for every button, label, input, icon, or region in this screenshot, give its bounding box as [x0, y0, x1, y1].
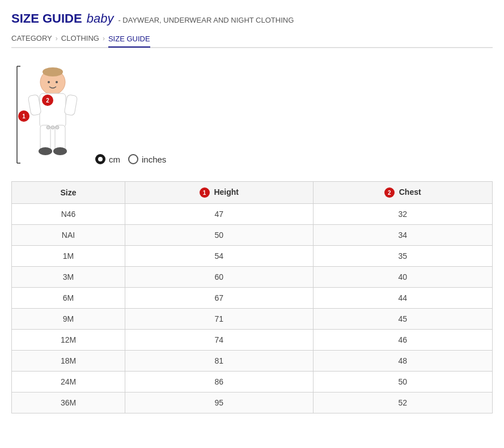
cell-height: 86 [125, 372, 314, 392]
breadcrumb: CATEGORY › CLOTHING › SIZE GUIDE [11, 34, 493, 48]
table-header: Size 1 Height 2 Chest [12, 182, 493, 204]
baby-svg [22, 65, 84, 164]
cell-height: 60 [125, 267, 314, 288]
svg-rect-10 [28, 95, 41, 116]
col-height-label: Height [214, 187, 239, 197]
illustration-section: 1 2 cm inches [11, 65, 493, 164]
page-wrapper: SIZE GUIDE baby - DAYWEAR, UNDERWEAR AND… [0, 0, 504, 425]
breadcrumb-category[interactable]: CATEGORY [11, 34, 52, 42]
cell-chest: 52 [313, 392, 492, 413]
table-row: 12M7446 [12, 330, 493, 351]
cm-option[interactable]: cm [95, 154, 120, 164]
col-chest-label: Chest [399, 187, 421, 197]
cell-chest: 44 [313, 288, 492, 309]
cell-height: 81 [125, 351, 314, 372]
title-size-guide: SIZE GUIDE [11, 11, 82, 26]
table-row: 1M5435 [12, 246, 493, 267]
table-header-row: Size 1 Height 2 Chest [12, 182, 493, 204]
col-header-size: Size [12, 182, 125, 204]
cell-height: 47 [125, 204, 314, 225]
cell-size: NAI [12, 225, 125, 246]
cell-chest: 35 [313, 246, 492, 267]
inches-radio[interactable] [128, 154, 138, 164]
cell-height: 50 [125, 225, 314, 246]
cell-size: 24M [12, 372, 125, 392]
baby-figure: 1 2 [22, 65, 84, 164]
svg-rect-11 [64, 95, 78, 116]
table-row: 36M9552 [12, 392, 493, 413]
breadcrumb-sep-2: › [103, 35, 105, 42]
title-baby: baby [87, 11, 114, 26]
svg-point-8 [39, 147, 52, 155]
inches-option[interactable]: inches [128, 154, 166, 164]
chest-col-badge: 2 [384, 187, 395, 198]
unit-toggle: cm inches [95, 154, 166, 164]
table-row: 3M6040 [12, 267, 493, 288]
svg-point-12 [48, 81, 50, 83]
cell-height: 74 [125, 330, 314, 351]
breadcrumb-clothing[interactable]: CLOTHING [61, 34, 99, 42]
cm-label: cm [109, 155, 120, 164]
table-row: 9M7145 [12, 309, 493, 330]
col-size-label: Size [60, 188, 76, 197]
table-row: N464732 [12, 204, 493, 225]
cell-chest: 32 [313, 204, 492, 225]
cell-height: 67 [125, 288, 314, 309]
svg-point-15 [46, 126, 50, 129]
height-col-badge: 1 [200, 187, 210, 198]
cell-chest: 50 [313, 372, 492, 392]
page-title-row: SIZE GUIDE baby - DAYWEAR, UNDERWEAR AND… [11, 11, 493, 26]
figure-container: 1 2 [11, 65, 84, 164]
title-subtitle: - DAYWEAR, UNDERWEAR AND NIGHT CLOTHING [118, 16, 294, 24]
cell-size: 36M [12, 392, 125, 413]
col-header-chest: 2 Chest [313, 182, 492, 204]
col-header-height: 1 Height [125, 182, 314, 204]
cell-chest: 46 [313, 330, 492, 351]
table-row: 24M8650 [12, 372, 493, 392]
cell-size: N46 [12, 204, 125, 225]
cell-chest: 40 [313, 267, 492, 288]
inches-label: inches [142, 155, 166, 164]
svg-point-13 [56, 81, 58, 83]
size-table: Size 1 Height 2 Chest N464732NAI50341M54… [11, 181, 493, 413]
cell-height: 71 [125, 309, 314, 330]
breadcrumb-size-guide[interactable]: SIZE GUIDE [108, 35, 150, 48]
cell-chest: 45 [313, 309, 492, 330]
svg-point-14 [51, 126, 54, 129]
cm-radio[interactable] [95, 154, 105, 164]
table-row: 6M6744 [12, 288, 493, 309]
cell-size: 12M [12, 330, 125, 351]
cell-chest: 34 [313, 225, 492, 246]
svg-point-4 [43, 67, 63, 76]
cell-height: 95 [125, 392, 314, 413]
cell-size: 6M [12, 288, 125, 309]
cell-size: 18M [12, 351, 125, 372]
breadcrumb-sep-1: › [56, 35, 58, 42]
height-badge: 1 [18, 110, 29, 122]
table-body: N464732NAI50341M54353M60406M67449M714512… [12, 204, 493, 413]
table-row: 18M8148 [12, 351, 493, 372]
cell-size: 1M [12, 246, 125, 267]
chest-badge: 2 [42, 95, 53, 106]
svg-point-16 [56, 126, 59, 129]
cell-size: 3M [12, 267, 125, 288]
cell-size: 9M [12, 309, 125, 330]
cell-height: 54 [125, 246, 314, 267]
table-row: NAI5034 [12, 225, 493, 246]
svg-point-9 [53, 147, 67, 155]
cell-chest: 48 [313, 351, 492, 372]
